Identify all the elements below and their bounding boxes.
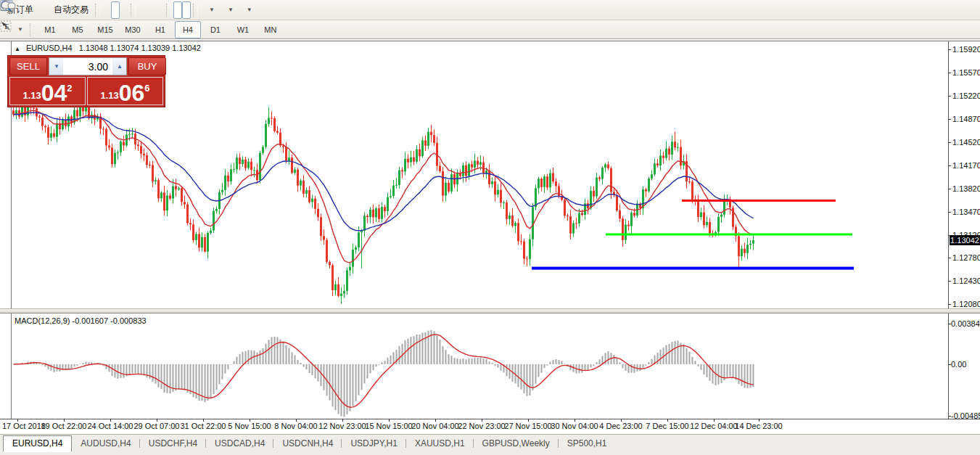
collapse-triangle-icon[interactable]: ▲ [15, 46, 20, 52]
indicators-button[interactable]: ▼ [200, 1, 219, 19]
autotrading-button[interactable]: 自动交易 [46, 1, 93, 19]
price-axis-tick [948, 235, 951, 236]
price-axis-label: 1.13820 [952, 184, 980, 193]
ohlc-values: 1.13048 1.13074 1.13039 1.13042 [79, 44, 201, 52]
chart-tab-usdcad[interactable]: USDCAD,H4 [206, 436, 273, 451]
toolbar-separator [30, 23, 35, 36]
time-axis-tick [342, 419, 343, 422]
price-axis-label: 1.13120 [952, 231, 980, 239]
toolbar-separator [131, 4, 136, 17]
time-axis-label: 30 Nov 04:00 [551, 422, 598, 430]
candlestick-mode-button[interactable] [111, 1, 120, 19]
time-axis-label: 12 Dec 04:00 [690, 422, 737, 430]
sell-price-display[interactable]: 1.13042 [9, 77, 86, 105]
time-axis-tick [482, 419, 482, 422]
volume-decrease-button[interactable]: ▼ [49, 58, 63, 75]
time-axis-tick [17, 419, 18, 422]
timeframe-button-d1[interactable]: D1 [202, 21, 228, 38]
macd-indicator-label: MACD(12,26,9) -0.001607 -0.000833 [15, 316, 147, 325]
buy-button[interactable]: BUY [128, 57, 166, 75]
line-chart-mode-button[interactable] [120, 1, 128, 19]
time-axis-label: 15 Nov 15:00 [365, 422, 412, 430]
periods-button[interactable]: ▼ [219, 1, 238, 19]
price-axis-tick [948, 258, 951, 258]
chevron-down-icon: ▼ [17, 26, 23, 33]
price-axis-label: 1.15570 [952, 68, 980, 77]
chart-tab-bar: EURUSD,H4AUDUSD,H4USDCHF,H4USDCAD,H4USDC… [0, 434, 980, 455]
time-axis-label: 8 Nov 04:00 [274, 422, 317, 430]
timeframe-button-m1[interactable]: M1 [37, 21, 63, 38]
macd-axis-label: 0.003847 [951, 319, 980, 328]
timeframe-button-m30[interactable]: M30 [120, 21, 146, 38]
chart-tab-eurusd[interactable]: EURUSD,H4 [3, 435, 72, 452]
timeframe-button-m5[interactable]: M5 [65, 21, 91, 38]
price-axis-tick [948, 73, 951, 73]
chart-tab-audusd[interactable]: AUDUSD,H4 [72, 436, 139, 451]
toolbar-separator [166, 4, 171, 17]
price-axis-label: 1.15220 [952, 91, 980, 100]
toolbar-separator [193, 4, 198, 17]
time-axis-label: 19 Oct 22:00 [41, 422, 87, 430]
price-axis-tick [948, 96, 951, 97]
time-axis-tick [759, 419, 759, 422]
sell-price-sup: 2 [67, 83, 72, 94]
time-axis-tick [250, 419, 250, 422]
symbol-period-label: EURUSD,H4 [26, 44, 73, 52]
time-axis-tick [714, 419, 715, 422]
zoom-in-button[interactable] [138, 1, 147, 19]
timeframe-button-w1[interactable]: W1 [230, 21, 256, 38]
macd-axis-tick [948, 364, 951, 365]
price-axis-label: 1.13470 [952, 208, 980, 216]
bar-chart-mode-button[interactable] [102, 1, 111, 19]
zoom-out-button[interactable] [147, 1, 155, 19]
price-axis-tick [948, 165, 951, 166]
templates-button[interactable]: ▼ [238, 1, 257, 19]
timeframe-button-mn[interactable]: MN [258, 21, 284, 38]
buy-price-display[interactable]: 1.13066 [87, 77, 163, 105]
timeframe-button-h1[interactable]: H1 [147, 21, 173, 38]
tile-windows-button[interactable] [155, 1, 164, 19]
toolbar-separator [95, 4, 100, 17]
chat-button[interactable] [965, 1, 974, 19]
chart-tab-usdcnh[interactable]: USDCNH,H4 [273, 436, 342, 451]
price-axis-tick [948, 189, 951, 189]
time-axis-tick [296, 419, 297, 422]
chart-tab-usdchf[interactable]: USDCHF,H4 [140, 436, 206, 451]
auto-scroll-button[interactable] [173, 1, 182, 19]
chart-tab-usdjpy[interactable]: USDJPY,H1 [342, 436, 405, 451]
search-button[interactable] [957, 1, 965, 19]
macd-axis-tick [948, 324, 951, 324]
macd-axis-label: 0.00 [951, 360, 966, 369]
price-axis-label: 1.12780 [952, 253, 980, 262]
chart-shift-button[interactable] [182, 1, 191, 19]
time-axis-label: 24 Oct 14:00 [88, 422, 133, 430]
chart-tab-sp500[interactable]: SP500,H1 [559, 436, 616, 451]
volume-input[interactable] [63, 58, 112, 75]
panel-splitter[interactable] [0, 308, 980, 313]
buy-price-big: 06 [119, 83, 145, 104]
chart-tab-gbpusd[interactable]: GBPUSD,Weekly [474, 436, 559, 451]
volume-increase-button[interactable]: ▲ [112, 58, 126, 75]
mql-wizard-button[interactable] [38, 1, 46, 19]
price-axis-label: 1.14170 [952, 161, 980, 170]
cursor-tools-button[interactable]: ▼ [9, 21, 28, 38]
sell-price-prefix: 1.13 [22, 90, 41, 101]
timeframe-button-m15[interactable]: M15 [92, 21, 118, 38]
time-axis-label: 31 Oct 22:00 [181, 422, 226, 430]
price-axis-tick [948, 281, 951, 282]
time-axis-tick [621, 419, 622, 422]
price-axis-label: 1.12080 [952, 300, 980, 308]
timeframe-button-h4[interactable]: H4 [175, 21, 201, 38]
time-axis-tick [435, 419, 436, 422]
one-click-trade-panel: SELL ▼ ▲ BUY 1.13042 1.13066 [7, 55, 165, 107]
price-axis-tick [948, 212, 951, 213]
price-axis-label: 1.14870 [952, 115, 980, 123]
sell-price-big: 04 [41, 83, 67, 104]
chart-tab-xauusd[interactable]: XAUUSD,H1 [406, 436, 474, 451]
sell-button[interactable]: SELL [9, 57, 47, 75]
time-axis-tick [389, 419, 390, 422]
time-axis-label: 12 Nov 23:00 [318, 422, 366, 430]
time-axis-tick [157, 419, 157, 422]
price-axis-tick [948, 49, 951, 50]
price-axis-label: 1.15920 [952, 45, 980, 54]
